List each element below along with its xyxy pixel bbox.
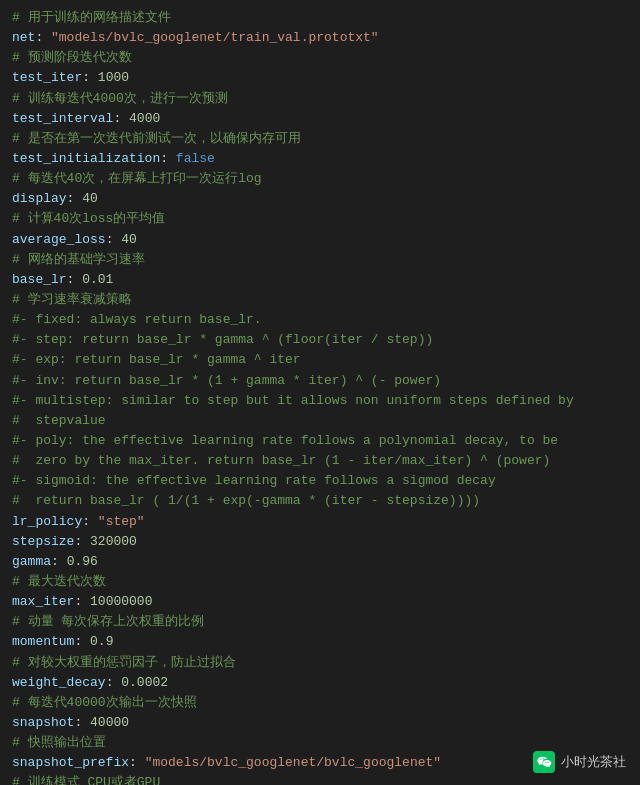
code-editor: # 用于训练的网络描述文件net: "models/bvlc_googlenet… — [0, 0, 640, 785]
wechat-icon — [533, 751, 555, 773]
code-line: #- multistep: similar to step but it all… — [12, 391, 628, 411]
code-line: average_loss: 40 — [12, 230, 628, 250]
code-line: # 计算40次loss的平均值 — [12, 209, 628, 229]
code-line: weight_decay: 0.0002 — [12, 673, 628, 693]
code-line: test_interval: 4000 — [12, 109, 628, 129]
code-line: # 训练每迭代4000次，进行一次预测 — [12, 89, 628, 109]
code-line: # 每迭代40000次输出一次快照 — [12, 693, 628, 713]
code-line: #- poly: the effective learning rate fol… — [12, 431, 628, 451]
code-line: #- inv: return base_lr * (1 + gamma * it… — [12, 371, 628, 391]
code-line: # return base_lr ( 1/(1 + exp(-gamma * (… — [12, 491, 628, 511]
code-line: base_lr: 0.01 — [12, 270, 628, 290]
code-line: net: "models/bvlc_googlenet/train_val.pr… — [12, 28, 628, 48]
code-line: # 动量 每次保存上次权重的比例 — [12, 612, 628, 632]
code-line: # 最大迭代次数 — [12, 572, 628, 592]
code-line: # 网络的基础学习速率 — [12, 250, 628, 270]
code-line: lr_policy: "step" — [12, 512, 628, 532]
code-line: #- exp: return base_lr * gamma ^ iter — [12, 350, 628, 370]
code-line: # 对较大权重的惩罚因子，防止过拟合 — [12, 653, 628, 673]
code-line: #- step: return base_lr * gamma ^ (floor… — [12, 330, 628, 350]
code-line: test_initialization: false — [12, 149, 628, 169]
watermark: 小时光茶社 — [533, 751, 626, 773]
code-line: #- sigmoid: the effective learning rate … — [12, 471, 628, 491]
code-line: display: 40 — [12, 189, 628, 209]
code-line: # zero by the max_iter. return base_lr (… — [12, 451, 628, 471]
code-line: max_iter: 10000000 — [12, 592, 628, 612]
code-line: # 预测阶段迭代次数 — [12, 48, 628, 68]
code-line: momentum: 0.9 — [12, 632, 628, 652]
code-line: # 用于训练的网络描述文件 — [12, 8, 628, 28]
code-line: # 学习速率衰减策略 — [12, 290, 628, 310]
code-line: # 每迭代40次，在屏幕上打印一次运行log — [12, 169, 628, 189]
code-line: # 训练模式 CPU或者GPU — [12, 773, 628, 785]
code-line: test_iter: 1000 — [12, 68, 628, 88]
code-line: gamma: 0.96 — [12, 552, 628, 572]
code-line: # stepvalue — [12, 411, 628, 431]
code-line: snapshot: 40000 — [12, 713, 628, 733]
code-line: # 是否在第一次迭代前测试一次，以确保内存可用 — [12, 129, 628, 149]
code-line: #- fixed: always return base_lr. — [12, 310, 628, 330]
watermark-text: 小时光茶社 — [561, 752, 626, 772]
code-line: stepsize: 320000 — [12, 532, 628, 552]
